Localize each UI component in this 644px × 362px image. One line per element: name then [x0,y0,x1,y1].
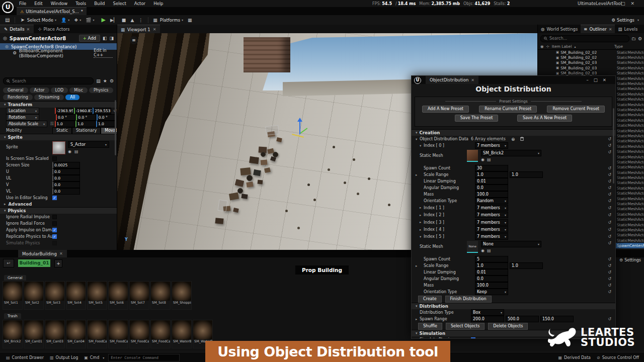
section-physics[interactable]: ▾Physics [0,207,117,214]
rotation-dropdown[interactable]: Rotation▾ [6,114,39,121]
play-button[interactable]: ▶ [102,17,106,23]
reset-icon[interactable]: ↺ [608,143,611,148]
property-field[interactable]: 0.0025 [52,162,80,168]
close-icon[interactable]: ✕ [27,27,30,32]
members-dropdown[interactable]: 7 members▾ [475,142,508,149]
grid-icon[interactable]: ▦ [188,18,192,23]
viewport-options-icon[interactable]: ≡ [130,36,138,44]
tab-viewport-1[interactable]: ▦ Viewport 1 ✕ [117,25,160,34]
close-icon[interactable]: ✕ [471,78,474,82]
property-field[interactable]: 0.0 [475,185,508,191]
browse-icon[interactable]: ▤ [487,248,494,253]
scale-x-field[interactable]: 1.0 [55,121,75,127]
property-field[interactable]: 5 [475,256,508,262]
index-0-row[interactable]: ▾ Index [ 0 ] 7 members▾ ↺ [412,142,615,149]
spawn-range-field[interactable]: 200.0 [471,316,504,322]
menu-actor[interactable]: Actor [130,0,149,7]
mobility-stationary[interactable]: Stationary [72,127,101,134]
filter-chip-general[interactable]: General [3,87,28,93]
browse-icon[interactable]: ▤ [74,149,82,154]
kebab-menu-icon[interactable]: ⋮ [138,18,143,23]
reset-icon[interactable]: ↺ [608,241,611,245]
expand-caret[interactable]: ▸ [416,264,420,268]
reset-icon[interactable]: ↺ [608,283,611,288]
reset-icon[interactable]: ↺ [608,137,611,141]
asset-tile[interactable]: SM_Can03 [45,320,65,348]
reset-icon[interactable]: ↺ [608,263,611,268]
button-shuffle[interactable]: Shuffle [418,323,442,330]
asset-tile[interactable]: SM_Set8 [150,281,171,310]
use-selected-icon[interactable]: ◉ [481,248,487,253]
asset-tile[interactable]: SM_Set7 [129,281,149,310]
type-column[interactable]: Type [614,44,642,49]
asset-tile[interactable]: SM_WaterBottle01 [172,320,192,348]
property-field[interactable]: 30 [475,165,508,171]
asset-tile[interactable]: SM_Can01 [24,320,44,348]
maximize-icon[interactable]: □ [621,1,631,6]
save-icon[interactable]: ▤ [5,17,10,23]
property-dropdown[interactable]: Keep▾ [475,289,508,295]
frame-skip-icon[interactable]: ▶▏ [110,18,117,23]
preset-button-rename-current-preset[interactable]: Rename Current Preset [479,106,537,113]
property-field[interactable]: 100.0 [475,282,508,289]
eject-icon[interactable]: ▲ [130,18,134,23]
platforms-icon[interactable]: ▦ [153,18,157,23]
add-building-button[interactable]: + [54,259,62,267]
asset-tab[interactable]: ⚠ UltimateLevelArtTool_S... * [17,7,87,16]
index-collapsed-row[interactable]: ▸Index [ 2 ]7 members▾↺ [412,212,615,219]
property-field[interactable]: 1.0 [510,171,543,178]
property-field[interactable]: 0.0 [52,182,80,188]
static-mesh-thumbnail[interactable] [467,150,478,162]
use-selected-icon[interactable]: ◉ [68,149,74,154]
property-field[interactable]: 0.0 [52,188,80,195]
tab-world-settings[interactable]: ◍World Settings [538,25,581,33]
scale-y-field[interactable]: 1.0 [75,121,96,127]
filter-chip-streaming[interactable]: Streaming [34,95,64,100]
unreal-logo-icon[interactable]: U [2,2,14,13]
scrollbar[interactable] [613,108,614,184]
rotation-z-field[interactable]: 0.0 ° [97,114,116,121]
table-row[interactable]: ▣SM_Building_02_02StaticMeshActor [538,55,644,60]
scrollbar[interactable] [115,100,116,155]
property-dropdown[interactable]: Random▾ [475,198,508,204]
cmd-dropdown[interactable]: ▣Cmd▾ [84,355,104,360]
members-dropdown[interactable]: 7 members▾ [475,233,508,240]
scale-dropdown[interactable]: Absolute Scale▾ [6,121,47,127]
minimize-icon[interactable]: – [613,1,621,6]
asset-tile[interactable]: SM_Can04 [66,320,86,348]
section-transform[interactable]: ▾Transform [0,101,117,108]
tab-details[interactable]: ✎ Details ✕ [0,25,34,33]
od-window-controls[interactable]: –□✕ [587,76,611,84]
filter-chip-lod[interactable]: LOD [51,87,68,93]
close-icon[interactable]: ✕ [630,1,640,6]
od-titlebar[interactable]: U ObjectDistribution ✕ –□✕ [412,76,615,84]
item-label-column[interactable]: Item Label [552,44,572,49]
asset-tile[interactable]: SM_Set1 [3,281,23,310]
stop-icon[interactable]: ■ [122,18,126,23]
expand-caret[interactable]: ▸ [416,228,424,232]
output-log-button[interactable]: ▥Output Log [50,355,78,360]
reset-icon[interactable]: ↺ [608,206,611,210]
lock-icon[interactable]: ⚿ [50,121,54,127]
reset-icon[interactable]: ↺ [608,199,611,203]
gear-icon[interactable]: ⚙ [638,36,642,41]
tab-outliner[interactable]: ≡Outliner✕ [581,25,615,33]
section-sprite[interactable]: ▾Sprite [0,134,117,140]
gear-icon[interactable]: ⚙ [110,78,114,83]
reset-icon[interactable]: ↺ [608,227,611,232]
index-5-row[interactable]: ▾ Index [ 5 ] 7 members▾ ↺ [412,233,615,240]
property-field[interactable]: 1.0 [475,262,508,269]
location-dropdown[interactable]: Location▾ [6,108,39,114]
distribution-type-dropdown[interactable]: Box▾ [471,309,504,316]
reset-icon[interactable]: ↺ [608,150,611,154]
expand-caret[interactable]: ▸ [416,220,424,224]
building-01-button[interactable]: Building_01 [18,259,50,267]
menu-window[interactable]: Window [47,0,72,7]
index-collapsed-row[interactable]: ▸Index [ 4 ]7 members▾↺ [412,226,615,234]
location-y-field[interactable]: -1960.879 [74,108,93,114]
reset-icon[interactable]: ↺ [608,166,611,170]
blueprints-icon[interactable]: ❖ [74,18,78,23]
platforms-dropdown[interactable]: Platforms [160,18,180,23]
rotation-y-field[interactable]: 0.0 ° [76,114,96,121]
expand-caret[interactable]: ▸ [416,213,424,217]
